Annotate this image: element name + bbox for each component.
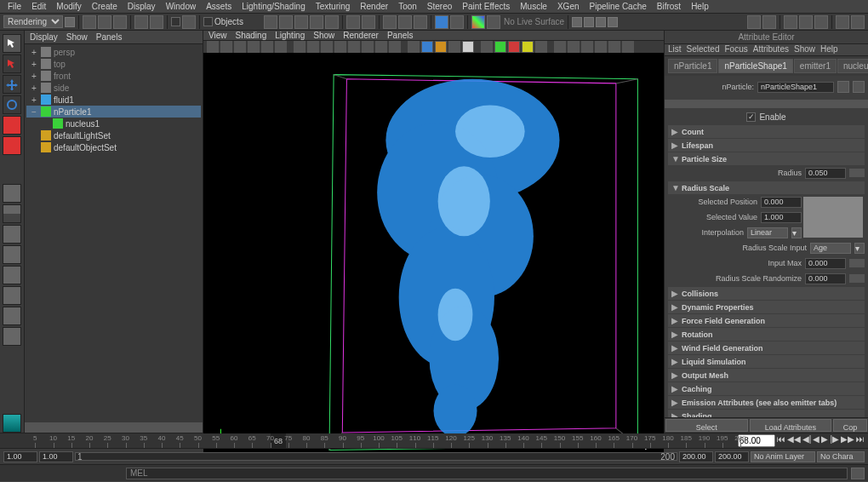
section-liquid-simulation[interactable]: ▶Liquid Simulation [668,355,865,368]
character-dropdown[interactable]: No Chara [817,451,865,462]
viewport-menu-panels[interactable]: Panels [387,31,414,40]
xform-icon[interactable] [572,17,582,27]
preset-icon[interactable] [853,81,865,93]
interp-dropdown[interactable]: Linear [747,227,788,238]
snap-curve-icon[interactable] [279,15,293,29]
scale-tool-icon[interactable] [3,116,21,135]
play-back-icon[interactable]: ◀ [813,434,819,447]
section-count[interactable]: ▶Count [668,125,865,138]
editor-icon[interactable] [799,15,813,29]
layout-icon[interactable] [762,15,776,29]
ipr-icon[interactable] [398,15,412,29]
shelf-icon[interactable] [65,17,75,27]
expand-toggle-icon[interactable]: − [30,107,38,117]
menu-muscle[interactable]: Muscle [516,2,551,11]
viewport-menu-view[interactable]: View [208,31,227,40]
expand-toggle-icon[interactable]: + [30,95,38,105]
redo-icon[interactable] [150,15,163,29]
hypershade-icon[interactable] [435,15,448,29]
viewport-menu-show[interactable]: Show [313,31,334,40]
outliner-menu-show[interactable]: Show [66,32,88,42]
viewport-tool-icon[interactable] [595,41,607,53]
rs-input-dropdown[interactable]: Age [810,243,851,254]
lasso-tool-icon[interactable] [3,55,21,73]
input-max-field[interactable] [805,258,846,269]
menu-file[interactable]: File [3,2,26,11]
outliner-item-top[interactable]: +top [26,58,201,70]
tab-scrollbar[interactable] [665,100,868,108]
attr-tab-nparticle1[interactable]: nParticle1 [668,59,717,73]
snap-live-icon[interactable] [325,15,339,29]
menu-painteffects[interactable]: Paint Effects [458,2,514,11]
viewport-tool-icon[interactable] [275,41,287,53]
ramp-widget[interactable] [803,197,863,238]
menu-display[interactable]: Display [123,2,160,11]
move-tool-icon[interactable] [3,75,21,94]
script-editor-icon[interactable] [851,468,865,479]
sel-pos-field[interactable] [761,197,802,208]
outliner-item-defaultlightset[interactable]: defaultLightSet [26,129,201,141]
layout-single-icon[interactable] [3,184,21,203]
rs-rand-field[interactable] [805,273,846,284]
step-back-icon[interactable]: ◀◀ [787,434,801,447]
outliner-item-persp[interactable]: +persp [26,46,201,58]
expand-toggle-icon[interactable]: + [30,83,38,93]
editor-icon[interactable] [851,15,865,29]
menu-help[interactable]: Help [687,2,713,11]
workspace-dropdown[interactable]: Rendering [3,15,63,28]
viewport-tool-icon[interactable] [622,41,634,53]
step-fwd-icon[interactable]: ▶▶ [841,434,854,447]
section-lifespan[interactable]: ▶Lifespan [668,139,865,152]
viewport-tool-icon[interactable] [408,41,420,53]
section-particle-size[interactable]: ▼Particle Size [668,152,865,165]
layout-icon[interactable] [747,15,761,29]
new-scene-icon[interactable] [83,15,96,29]
viewport-tool-icon[interactable] [334,41,346,53]
outliner-scrollbar[interactable] [25,422,203,433]
xform-icon[interactable] [608,17,618,27]
focus-icon[interactable] [837,81,849,93]
outliner-item-nucleus1[interactable]: nucleus1 [26,118,201,129]
section-caching[interactable]: ▶Caching [668,382,865,395]
save-scene-icon[interactable] [113,15,127,29]
viewport-tool-icon[interactable] [362,41,374,53]
outliner-item-nparticle1[interactable]: −nParticle1 [26,106,201,118]
enable-checkbox[interactable] [746,112,756,122]
section-wind-field-generation[interactable]: ▶Wind Field Generation [668,341,865,354]
objects-checkbox[interactable] [203,17,213,26]
construction-icon[interactable] [362,15,375,29]
viewport-tool-icon[interactable] [234,41,246,53]
attr-menu-list[interactable]: List [668,44,682,55]
viewport-tool-icon[interactable] [462,41,474,53]
layout-icon[interactable] [3,327,21,346]
select-tool-icon[interactable] [3,34,21,53]
viewport-tool-icon[interactable] [522,41,534,53]
select-by-checkbox[interactable] [171,17,180,26]
rewind-icon[interactable]: ⏮ [777,434,785,447]
end-frame-field[interactable] [715,451,749,462]
attr-menu-help[interactable]: Help [820,44,838,55]
section-rotation[interactable]: ▶Rotation [668,328,865,341]
expand-toggle-icon[interactable]: + [30,48,38,57]
anim-layer-dropdown[interactable]: No Anim Layer [751,451,815,462]
viewport-tool-icon[interactable] [248,41,260,53]
play-fwd-icon[interactable]: ▶ [821,434,828,447]
viewport-canvas[interactable]: 0.1 fps [203,53,664,455]
menu-stereo[interactable]: Stereo [423,2,456,11]
viewport-tool-icon[interactable] [481,41,493,53]
outliner-menu-display[interactable]: Display [30,32,58,42]
snap-grid-icon[interactable] [264,15,277,29]
render-icon[interactable] [383,15,397,29]
section-shading[interactable]: ▶Shading [668,410,865,417]
layout-icon[interactable] [3,307,21,325]
time-ruler[interactable]: 68 ⏮ ◀◀ ◀| ◀ ▶ |▶ ▶▶ ⏭ 51015202530354045… [0,433,868,449]
xform-icon[interactable] [584,17,594,27]
viewport-tool-icon[interactable] [348,41,360,53]
radius-field[interactable] [805,168,846,179]
layout-icon[interactable] [3,245,21,264]
viewport-tool-icon[interactable] [207,41,219,53]
show-manip-icon[interactable] [3,136,21,155]
vis-start-field[interactable] [39,451,73,462]
viewport-tool-icon[interactable] [435,41,447,53]
command-line[interactable]: MEL [126,468,848,479]
